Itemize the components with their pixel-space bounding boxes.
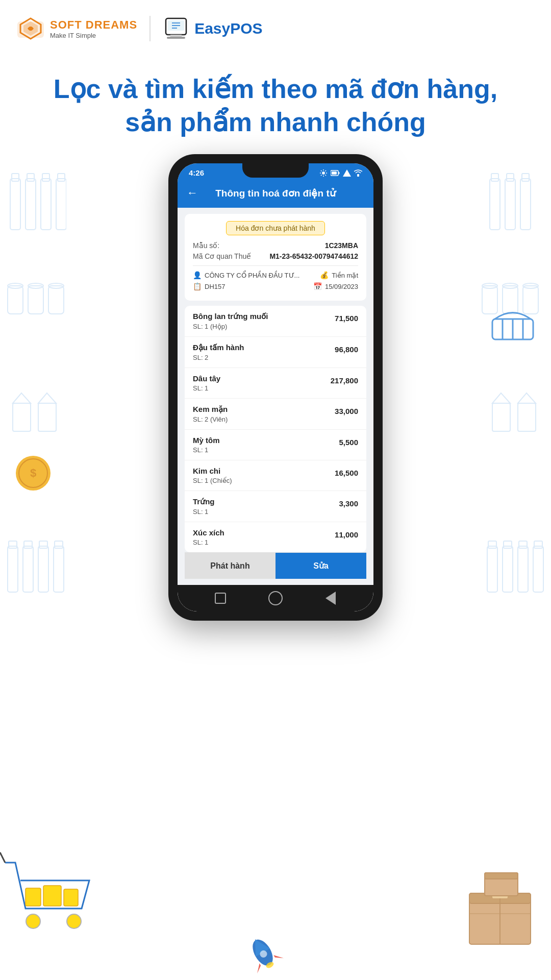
product-row: Đậu tấm hành SL: 2 96,800 <box>193 343 358 361</box>
product-qty: SL: 2 (Viên) <box>193 415 228 423</box>
wifi-icon <box>354 169 362 177</box>
meta-payment: 💰 Tiền mặt <box>320 271 358 279</box>
svg-rect-69 <box>492 891 508 898</box>
invoice-status-section: Hóa đơn chưa phát hành <box>193 221 358 235</box>
svg-point-63 <box>27 915 39 927</box>
product-row: Kem mặn SL: 2 (Viên) 33,000 <box>193 405 358 423</box>
product-info: Bông lan trứng muối SL: 1 (Hộp) <box>193 312 268 330</box>
product-row: Mỳ tôm SL: 1 5,500 <box>193 436 358 454</box>
calendar-icon: 📅 <box>313 282 322 290</box>
phone-screen: 4:26 <box>178 163 373 611</box>
phone-notch <box>242 163 309 178</box>
product-info: Dâu tây SL: 1 <box>193 374 220 392</box>
nav-square-button[interactable] <box>213 591 228 605</box>
product-price: 33,000 <box>335 407 358 415</box>
ma-co-quan-label: Mã Cơ quan Thuế <box>193 252 251 260</box>
app-bar: ← Thông tin hoá đơn điện tử <box>178 180 373 208</box>
order-date: 15/09/2023 <box>325 283 358 290</box>
nav-bar <box>178 585 373 611</box>
svg-marker-75 <box>273 951 284 962</box>
nav-back-button[interactable] <box>323 591 338 605</box>
nav-home-button[interactable] <box>268 591 283 605</box>
nav-triangle-icon <box>325 592 336 605</box>
product-row: Trứng SL: 1 3,300 <box>193 497 358 516</box>
product-item: Dâu tây SL: 1 217,800 <box>185 368 366 399</box>
product-name: Bông lan trứng muối <box>193 312 268 321</box>
status-badge: Hóa đơn chưa phát hành <box>226 221 325 235</box>
svg-point-72 <box>248 936 277 969</box>
svg-rect-70 <box>485 873 518 896</box>
product-row: Kim chi SL: 1 (Chiếc) 16,500 <box>193 467 358 484</box>
product-name: Trứng <box>193 497 215 506</box>
signal-icon <box>343 169 351 177</box>
mau-so-label: Mẫu số: <box>193 241 219 250</box>
svg-rect-66 <box>469 893 531 903</box>
product-price: 11,000 <box>335 530 358 539</box>
product-list: Bông lan trứng muối SL: 1 (Hộp) 71,500 Đ… <box>185 306 366 552</box>
back-button[interactable]: ← <box>187 186 198 200</box>
meta-company: 👤 CÔNG TY CỔ PHẦN ĐẦU TƯ... <box>193 271 299 279</box>
order-code: DH157 <box>205 283 225 290</box>
ma-co-quan-value: M1-23-65432-00794744612 <box>269 252 358 260</box>
soft-dreams-icon <box>16 14 45 43</box>
product-name: Đậu tấm hành <box>193 343 244 352</box>
content-area: Hóa đơn chưa phát hành Mẫu số: 1C23MBA M… <box>178 208 373 585</box>
product-info: Kem mặn SL: 2 (Viên) <box>193 405 228 423</box>
soft-dreams-text: SOFT DREAMS Make IT Simple <box>50 18 137 39</box>
invoice-ma-co-quan-row: Mã Cơ quan Thuế M1-23-65432-00794744612 <box>193 252 358 260</box>
header-divider <box>149 16 151 41</box>
product-row: Bông lan trứng muối SL: 1 (Hộp) 71,500 <box>193 312 358 330</box>
meta-row-1: 👤 CÔNG TY CỔ PHẦN ĐẦU TƯ... 💰 Tiền mặt <box>193 271 358 279</box>
product-item: Đậu tấm hành SL: 2 96,800 <box>185 337 366 368</box>
product-item: Bông lan trứng muối SL: 1 (Hộp) 71,500 <box>185 306 366 337</box>
product-qty: SL: 1 <box>193 384 220 392</box>
product-item: Kem mặn SL: 2 (Viên) 33,000 <box>185 399 366 430</box>
svg-rect-83 <box>167 37 185 39</box>
svg-rect-65 <box>469 893 531 944</box>
svg-rect-89 <box>332 172 337 175</box>
svg-point-58 <box>67 914 81 928</box>
meta-order: 📋 DH157 <box>193 282 225 290</box>
mau-so-value: 1C23MBA <box>325 241 358 250</box>
invoice-card: Hóa đơn chưa phát hành Mẫu số: 1C23MBA M… <box>185 214 366 301</box>
product-qty: SL: 1 (Chiếc) <box>193 477 232 484</box>
product-qty: SL: 1 (Hộp) <box>193 323 268 330</box>
soft-dreams-logo: SOFT DREAMS Make IT Simple <box>16 14 137 43</box>
status-time: 4:26 <box>189 168 204 177</box>
product-price: 217,800 <box>331 376 358 385</box>
product-item: Mỳ tôm SL: 1 5,500 <box>185 430 366 460</box>
product-name: Mỳ tôm <box>193 436 220 445</box>
svg-point-57 <box>26 914 40 928</box>
svg-marker-73 <box>248 935 270 957</box>
product-qty: SL: 1 <box>193 446 220 454</box>
easypos-highlight: POS <box>230 20 262 37</box>
svg-rect-82 <box>170 35 182 37</box>
nav-circle-icon <box>268 591 283 605</box>
battery-icon <box>331 169 340 177</box>
sua-button[interactable]: Sửa <box>276 553 366 579</box>
company-name: CÔNG TY CỔ PHẦN ĐẦU TƯ... <box>205 272 299 279</box>
product-item: Xúc xích SL: 1 11,000 <box>185 522 366 552</box>
easypos-label: Easy <box>194 20 230 37</box>
product-price: 16,500 <box>335 469 358 477</box>
svg-rect-90 <box>339 172 340 174</box>
svg-rect-92 <box>357 174 359 177</box>
product-price: 71,500 <box>335 314 358 323</box>
easypos-logo: EasyPOS <box>163 15 262 42</box>
product-qty: SL: 2 <box>193 354 244 361</box>
product-info: Kim chi SL: 1 (Chiếc) <box>193 467 232 484</box>
order-icon: 📋 <box>193 282 202 290</box>
phat-hanh-button[interactable]: Phát hành <box>185 553 276 579</box>
product-name: Dâu tây <box>193 374 220 383</box>
payment-method: Tiền mặt <box>332 272 358 279</box>
product-price: 5,500 <box>339 438 358 447</box>
headline-text: Lọc và tìm kiếm theo mã đơn hàng, sản ph… <box>31 72 520 139</box>
product-price: 96,800 <box>335 345 358 354</box>
product-name: Kem mặn <box>193 405 228 414</box>
svg-point-64 <box>68 915 80 927</box>
invoice-mau-so-row: Mẫu số: 1C23MBA <box>193 241 358 250</box>
nav-square-icon <box>215 593 226 604</box>
product-item: Trứng SL: 1 3,300 <box>185 491 366 522</box>
product-item: Kim chi SL: 1 (Chiếc) 16,500 <box>185 460 366 491</box>
card-divider-1 <box>193 265 358 266</box>
